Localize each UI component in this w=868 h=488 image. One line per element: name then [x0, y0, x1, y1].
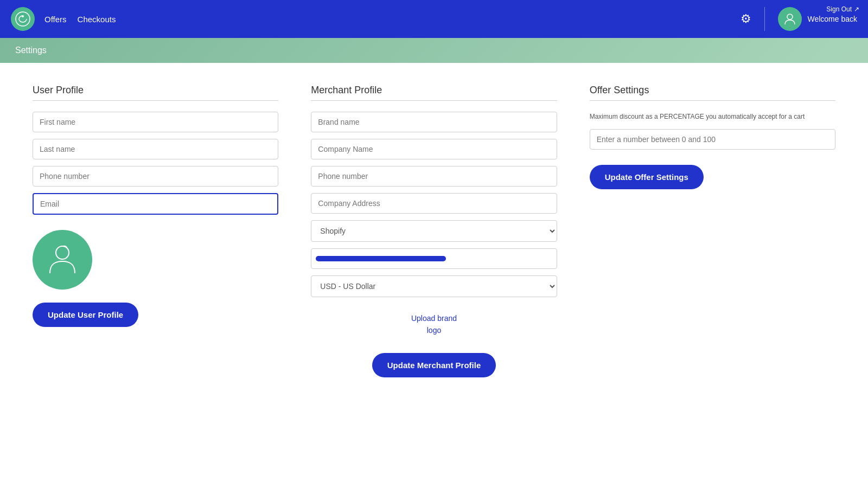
gear-icon[interactable]: ⚙	[741, 12, 751, 26]
offer-settings-divider	[590, 100, 835, 101]
svg-point-2	[787, 14, 793, 20]
company-name-input[interactable]	[311, 139, 557, 159]
svg-point-1	[22, 15, 24, 17]
user-profile-divider	[33, 100, 278, 101]
navbar-links: Offers Checkouts	[44, 15, 116, 24]
first-name-input[interactable]	[33, 112, 278, 132]
user-avatar-nav	[778, 7, 802, 31]
offer-description: Maximum discount as a PERCENTAGE you aut…	[590, 112, 835, 121]
nav-offers[interactable]: Offers	[44, 15, 67, 24]
email-input[interactable]	[33, 193, 278, 215]
user-phone-input[interactable]	[33, 166, 278, 187]
company-address-input[interactable]	[311, 193, 557, 214]
progress-bar-fill	[316, 256, 445, 261]
platform-select[interactable]: Shopify	[311, 220, 557, 242]
signout-button[interactable]: Sign Out ↗	[826, 5, 859, 13]
update-merchant-profile-button[interactable]: Update Merchant Profile	[372, 353, 496, 377]
settings-banner: Settings	[0, 38, 868, 63]
user-btn-container: Update User Profile	[33, 303, 278, 327]
merchant-profile-divider	[311, 100, 557, 101]
offer-settings-section: Offer Settings Maximum discount as a PER…	[590, 85, 835, 377]
signout-label: Sign Out	[826, 5, 852, 13]
discount-percentage-input[interactable]	[590, 129, 835, 150]
upload-logo-link[interactable]: Upload brandlogo	[311, 312, 557, 337]
welcome-text: Welcome back	[807, 15, 857, 23]
merchant-btn-container: Update Merchant Profile	[311, 353, 557, 377]
user-avatar-container	[33, 230, 278, 290]
user-profile-section: User Profile Update User Profile	[33, 85, 278, 377]
user-profile-title: User Profile	[33, 85, 278, 96]
currency-select[interactable]: USD - US Dollar	[311, 275, 557, 297]
user-avatar	[33, 230, 92, 290]
update-offer-settings-button[interactable]: Update Offer Settings	[590, 165, 704, 189]
merchant-phone-input[interactable]	[311, 166, 557, 187]
main-content: User Profile Update User Profile Merchan…	[0, 63, 868, 399]
offer-settings-title: Offer Settings	[590, 85, 835, 96]
app-logo	[11, 7, 35, 31]
navbar-divider	[764, 7, 765, 31]
last-name-input[interactable]	[33, 139, 278, 159]
settings-title: Settings	[15, 46, 47, 55]
update-user-profile-button[interactable]: Update User Profile	[33, 303, 138, 327]
nav-checkouts[interactable]: Checkouts	[78, 15, 116, 24]
merchant-profile-section: Merchant Profile Shopify USD - US Dollar…	[311, 85, 557, 377]
navbar: Offers Checkouts ⚙ Welcome back Sign Out…	[0, 0, 868, 38]
progress-bar-container	[311, 248, 557, 269]
merchant-profile-title: Merchant Profile	[311, 85, 557, 96]
signout-icon: ↗	[854, 5, 859, 13]
svg-point-0	[16, 12, 30, 26]
brand-name-input[interactable]	[311, 112, 557, 132]
